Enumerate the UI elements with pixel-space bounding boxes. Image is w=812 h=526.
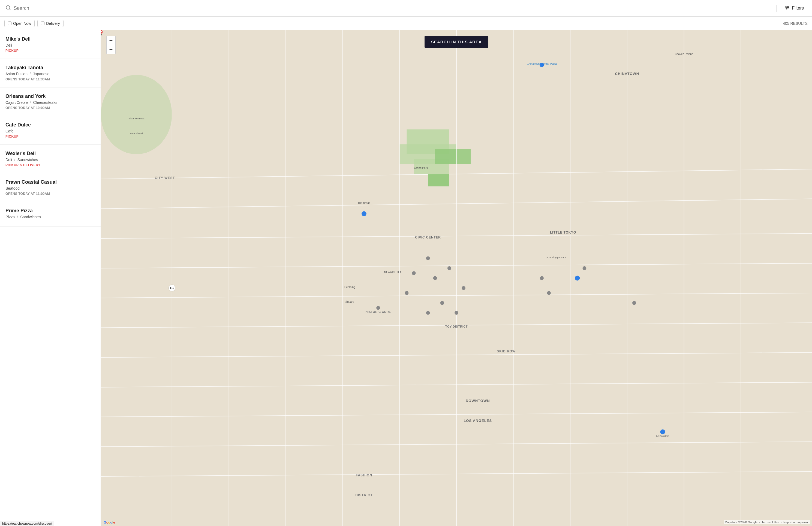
restaurant-cuisine: Deli / Sandwiches xyxy=(5,158,95,162)
svg-text:LA Boulders: LA Boulders xyxy=(656,435,669,437)
svg-point-74 xyxy=(454,311,458,315)
svg-text:DOWNTOWN: DOWNTOWN xyxy=(466,399,490,403)
map-data-text: Map data ©2020 Google xyxy=(725,521,757,524)
svg-text:HISTORIC CORE: HISTORIC CORE xyxy=(365,310,391,313)
filters-icon xyxy=(785,5,789,12)
svg-point-84 xyxy=(660,429,665,434)
svg-text:Chavez Ravine: Chavez Ravine xyxy=(675,53,693,56)
map-background: 110 CHINATOWN CITY WEST Grand Park The B… xyxy=(101,30,812,526)
restaurant-name: Takoyaki Tanota xyxy=(5,65,95,71)
svg-point-67 xyxy=(426,257,430,260)
svg-text:LOS ANGELES: LOS ANGELES xyxy=(464,419,492,423)
report-link[interactable]: Report a map error xyxy=(783,521,809,524)
svg-point-82 xyxy=(362,211,366,216)
restaurant-tag: PICKUP xyxy=(5,135,95,138)
svg-text:DISTRICT: DISTRICT xyxy=(355,493,373,497)
search-icon xyxy=(5,5,11,12)
restaurant-name: Prime Pizza xyxy=(5,208,95,214)
delivery-checkbox[interactable] xyxy=(41,21,44,25)
restaurant-item[interactable]: Orleans and YorkCajun/Creole / Cheeseste… xyxy=(0,87,101,116)
restaurant-name: Wexler's Deli xyxy=(5,151,95,157)
search-in-area-button[interactable]: SEARCH IN THIS AREA xyxy=(424,36,488,48)
svg-text:QUE Skyspace LA: QUE Skyspace LA xyxy=(546,256,566,259)
filters-button[interactable]: Filters xyxy=(777,0,812,16)
restaurant-item[interactable]: Wexler's DeliDeli / SandwichesPICKUP & D… xyxy=(0,145,101,173)
svg-point-76 xyxy=(547,291,551,295)
svg-rect-13 xyxy=(435,149,470,164)
header: Filters xyxy=(0,0,812,17)
svg-point-9 xyxy=(101,75,172,154)
restaurant-cuisine: Cafe xyxy=(5,129,95,133)
svg-point-68 xyxy=(412,271,416,275)
terms-link[interactable]: Terms of Use xyxy=(762,521,779,524)
svg-text:CIVIC CENTER: CIVIC CENTER xyxy=(415,235,441,239)
svg-text:Art Walk DTLA: Art Walk DTLA xyxy=(383,271,401,274)
restaurant-name: Cafe Dulce xyxy=(5,122,95,128)
restaurant-cuisine: Asian Fusion / Japanese xyxy=(5,72,95,76)
svg-point-5 xyxy=(786,6,787,7)
delivery-label: Delivery xyxy=(46,21,60,26)
status-url: https://eat.chownow.com/discover/ xyxy=(2,522,52,525)
search-input[interactable] xyxy=(14,5,771,11)
zoom-controls: + − xyxy=(106,36,116,54)
svg-point-7 xyxy=(786,9,787,9)
svg-point-83 xyxy=(575,276,580,281)
open-now-filter[interactable]: Open Now xyxy=(4,20,34,27)
restaurant-tag: PICKUP xyxy=(5,49,95,53)
svg-point-80 xyxy=(632,301,636,305)
restaurant-item[interactable]: Prime PizzaPizza / Sandwiches xyxy=(0,202,101,227)
svg-text:Natural Park: Natural Park xyxy=(130,132,143,135)
restaurant-name: Mike's Deli xyxy=(5,36,95,42)
svg-point-78 xyxy=(376,306,380,310)
zoom-out-button[interactable]: − xyxy=(106,45,116,54)
svg-text:CITY WEST: CITY WEST xyxy=(155,176,175,180)
restaurant-cuisine: Pizza / Sandwiches xyxy=(5,215,95,219)
svg-point-75 xyxy=(540,276,544,280)
restaurant-name: Prawn Coastal Casual xyxy=(5,179,95,185)
restaurant-name: Orleans and York xyxy=(5,93,95,99)
svg-text:SKID ROW: SKID ROW xyxy=(497,349,516,353)
svg-text:Vista Hermosa: Vista Hermosa xyxy=(128,117,145,120)
zoom-in-button[interactable]: + xyxy=(106,36,116,45)
open-now-checkbox[interactable] xyxy=(8,21,12,25)
svg-text:Pershing: Pershing xyxy=(344,286,355,289)
open-now-label: Open Now xyxy=(13,21,31,26)
main-content: Mike's DeliDeliPICKUPTakoyaki TanotaAsia… xyxy=(0,30,812,526)
restaurant-tag: OPENS TODAY AT 10:00AM xyxy=(5,106,95,110)
restaurant-item[interactable]: Mike's DeliDeliPICKUP xyxy=(0,30,101,59)
restaurant-cuisine: Cajun/Creole / Cheesesteaks xyxy=(5,100,95,105)
svg-point-6 xyxy=(788,7,788,8)
restaurant-item[interactable]: Cafe DulceCafePICKUP xyxy=(0,116,101,145)
restaurant-tag: OPENS TODAY AT 11:30AM xyxy=(5,77,95,81)
svg-line-1 xyxy=(9,9,10,10)
filter-bar: Open Now Delivery 405 RESULTS xyxy=(0,17,812,30)
svg-point-81 xyxy=(540,63,544,67)
svg-text:110: 110 xyxy=(170,287,174,289)
restaurant-item[interactable]: Prawn Coastal CasualSeafoodOPENS TODAY A… xyxy=(0,173,101,202)
svg-rect-36 xyxy=(428,174,449,186)
map-area[interactable]: 110 CHINATOWN CITY WEST Grand Park The B… xyxy=(101,30,812,526)
svg-point-77 xyxy=(405,291,408,295)
restaurant-list: Mike's DeliDeliPICKUPTakoyaki TanotaAsia… xyxy=(0,30,101,526)
svg-point-79 xyxy=(582,266,586,270)
restaurant-tag: PICKUP & DELIVERY xyxy=(5,163,95,167)
restaurant-cuisine: Seafood xyxy=(5,186,95,190)
svg-point-70 xyxy=(447,266,451,270)
search-bar[interactable] xyxy=(0,5,777,12)
svg-point-71 xyxy=(462,286,465,290)
svg-text:CHINATOWN: CHINATOWN xyxy=(615,72,639,76)
svg-text:LITTLE TOKYO: LITTLE TOKYO xyxy=(550,231,576,234)
delivery-filter[interactable]: Delivery xyxy=(37,20,63,27)
svg-text:Square: Square xyxy=(346,300,354,303)
svg-text:Grand Park: Grand Park xyxy=(414,166,428,170)
restaurant-tag: OPENS TODAY AT 11:00AM xyxy=(5,192,95,196)
svg-text:TOY DISTRICT: TOY DISTRICT xyxy=(445,325,468,328)
google-logo: Google xyxy=(104,520,115,524)
svg-text:FASHION: FASHION xyxy=(356,473,372,477)
svg-point-73 xyxy=(426,311,430,315)
svg-text:The Broad: The Broad xyxy=(358,201,371,204)
svg-point-72 xyxy=(440,301,444,305)
restaurant-item[interactable]: Takoyaki TanotaAsian Fusion / JapaneseOP… xyxy=(0,59,101,87)
status-bar: https://eat.chownow.com/discover/ xyxy=(0,521,54,526)
filters-label: Filters xyxy=(792,6,804,11)
